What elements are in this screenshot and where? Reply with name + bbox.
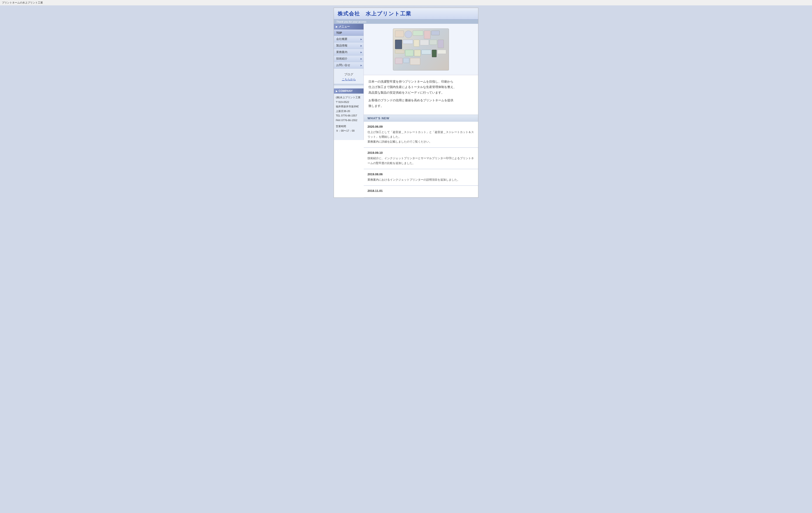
news-item-4: 2018.11.01 <box>364 186 478 197</box>
nav-item-contact[interactable]: お問い合せ <box>334 62 364 68</box>
browser-tab-title: プリントネームの水上プリント工業 <box>2 1 43 4</box>
whats-new-header: WHAT'S NEW <box>364 115 478 122</box>
news-date-4: 2018.11.01 <box>368 189 474 193</box>
news-text-1: 仕上げ加工として「超音波＿ストレートカット」と「超音波＿ストレートカット＆スリッ… <box>368 130 474 144</box>
sidebar-spacer <box>334 84 364 86</box>
company-name: (株)水上プリント工業 <box>336 95 362 99</box>
company-address2: 上新庄38-20 <box>336 109 362 113</box>
whats-new-section: WHAT'S NEW 2020.06.09 仕上げ加工として「超音波＿ストレート… <box>364 115 478 197</box>
company-tel: TEL 0776-66-1557 <box>336 114 362 118</box>
description-main: 日本一の洗濯堅牢度を持つプリントネームを目指し、印刷から 仕上げ加工まで国内生産… <box>369 79 473 95</box>
blog-label: ブログ <box>334 73 364 77</box>
site-title: 株式会社 水上プリント工業 <box>338 10 474 17</box>
main-description: 日本一の洗濯堅牢度を持つプリントネームを目指し、印刷から 仕上げ加工まで国内生産… <box>364 75 478 115</box>
menu-header: メニュー <box>334 24 364 30</box>
nav-item-services[interactable]: 業務案内 <box>334 49 364 56</box>
news-date-3: 2019.08.06 <box>368 172 474 176</box>
news-item-2: 2019.09.10 技術紹介に、インクジェットプリンターとサーマルプリンター印… <box>364 148 478 169</box>
hours-label: 営業時間 <box>336 124 362 129</box>
news-date-1: 2020.06.09 <box>368 125 474 129</box>
company-info: (株)水上プリント工業 〒919-0522 福井県坂井市坂井町 上新庄38-20… <box>334 93 364 135</box>
description-tagline: お客様のブランドの信用と価値を高めるプリントネームを提供 致します。 <box>369 97 473 109</box>
news-text-3: 業務案内におけるインクジェットプリンターの説明項目を追加しました。 <box>368 177 474 182</box>
hero-image <box>393 28 449 70</box>
hero-area <box>364 24 478 75</box>
nav-item-top[interactable]: TOP <box>334 30 364 36</box>
news-text-2: 技術紹介に、インクジェットプリンターとサーマルプリンター印字によるプリントネーム… <box>368 156 474 166</box>
company-section-header: COMPANY <box>334 88 364 93</box>
news-item-3: 2019.08.06 業務案内におけるインクジェットプリンターの説明項目を追加し… <box>364 169 478 186</box>
company-address1: 福井県坂井市坂井町 <box>336 105 362 109</box>
nav-item-company[interactable]: 会社概要 <box>334 36 364 42</box>
nav-item-products[interactable]: 製品情報 <box>334 42 364 49</box>
news-item-1: 2020.06.09 仕上げ加工として「超音波＿ストレートカット」と「超音波＿ス… <box>364 122 478 147</box>
news-date-2: 2019.09.10 <box>368 151 474 154</box>
access-bar: Thank you for your access <box>334 20 478 24</box>
company-zip: 〒919-0522 <box>336 100 362 104</box>
company-fax: FAX 0776-66-1552 <box>336 118 362 122</box>
nav-item-technology[interactable]: 技術紹介 <box>334 56 364 62</box>
blog-link[interactable]: こちらから <box>342 78 356 81</box>
hours-value: ９：00〜17：00 <box>336 129 362 133</box>
